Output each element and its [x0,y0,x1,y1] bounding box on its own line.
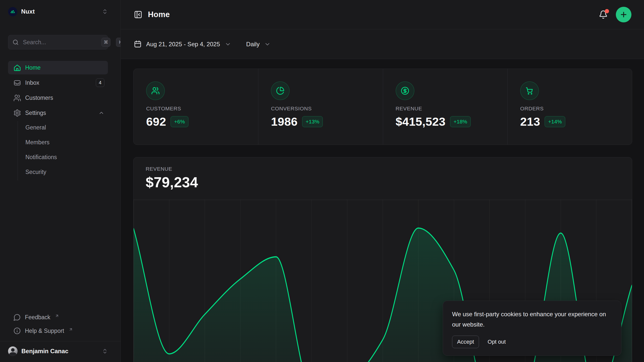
nuxt-logo-icon [8,7,17,16]
header-actions [598,7,631,22]
revenue-chart-header: REVENUE $79,234 [134,157,632,191]
sidebar-item-label: Inbox [25,79,39,86]
user-menu[interactable]: Benjamin Canac [0,341,120,362]
stat-delta-badge: +18% [450,116,471,127]
team-switcher[interactable]: Nuxt [8,7,108,17]
stat-value: 692 [146,115,166,128]
chart-value: $79,234 [146,174,620,191]
chart-label: REVENUE [146,166,620,172]
opt-out-button[interactable]: Opt out [488,339,506,345]
external-link-icon [55,314,59,318]
cookie-actions: Accept Opt out [452,336,611,348]
sidebar-item-home[interactable]: Home [8,61,108,74]
gear-icon [13,109,21,117]
sidebar-content: Nuxt ⌘ K [0,0,120,341]
stat-label: REVENUE [396,106,495,112]
sidebar-item-security[interactable]: Security [25,166,108,178]
users-icon [146,81,165,100]
sidebar-footer-links: Feedback Help & Support [8,310,108,338]
search-icon [12,39,19,46]
help-support-link[interactable]: Help & Support [8,324,108,338]
stat-delta-badge: +6% [171,116,188,127]
cart-icon [520,81,539,100]
info-circle-icon [13,327,21,335]
kbd-k: K [116,38,120,47]
sidebar-item-notifications[interactable]: Notifications [25,151,108,163]
cookie-banner: We use first-party cookies to enhance yo… [443,301,621,356]
stat-value: 213 [520,115,540,128]
chevron-down-icon [264,41,271,48]
users-icon [13,94,21,102]
notifications-bell-icon[interactable] [598,9,609,20]
search-input-wrap[interactable]: ⌘ K [8,35,108,50]
sidebar-item-label: Home [25,64,41,71]
chevron-down-icon [225,41,231,48]
cookie-message: We use first-party cookies to enhance yo… [452,309,611,330]
sidebar-item-label: Customers [25,95,53,101]
notification-dot [605,9,609,13]
sidebar-item-customers[interactable]: Customers [8,91,108,105]
feedback-link[interactable]: Feedback [8,310,108,324]
stat-label: ORDERS [520,106,619,112]
inbox-icon [13,79,21,87]
stat-value: $415,523 [396,115,446,128]
search-input[interactable] [23,39,97,46]
link-label: Feedback [25,314,50,321]
kbd-cmd: ⌘ [101,38,110,47]
stat-card-orders[interactable]: ORDERS 213 +14% [507,69,632,145]
period-select[interactable]: Daily [246,41,271,48]
stats-cards: CUSTOMERS 692 +6% CONVERSIONS 1986 +13% [133,69,632,145]
sidebar-item-inbox[interactable]: Inbox 4 [8,76,108,89]
stat-card-revenue[interactable]: REVENUE $415,523 +18% [383,69,507,145]
add-button[interactable] [616,7,631,22]
dollar-circle-icon [396,81,414,100]
sidebar-item-members[interactable]: Members [25,136,108,149]
stat-label: CUSTOMERS [146,106,246,112]
period-label: Daily [246,41,260,48]
accept-button[interactable]: Accept [452,336,479,348]
stat-value: 1986 [271,115,298,128]
stat-delta-badge: +14% [545,116,565,127]
inbox-count-badge: 4 [96,78,104,87]
avatar [8,346,18,356]
pie-chart-icon [271,81,290,100]
sidebar-nav: Home Inbox 4 [8,61,108,182]
chevrons-up-down-icon [102,348,108,354]
date-range-picker[interactable]: Aug 21, 2025 - Sep 4, 2025 [134,40,231,48]
message-circle-icon [13,313,21,321]
brand-name: Nuxt [21,8,35,15]
stat-card-customers[interactable]: CUSTOMERS 692 +6% [134,69,258,145]
sidebar-item-settings[interactable]: Settings [8,106,108,120]
sidebar-item-label: Settings [25,110,46,116]
stat-card-conversions[interactable]: CONVERSIONS 1986 +13% [258,69,383,145]
external-link-icon [69,327,73,332]
settings-subnav: General Members Notifications Security [18,121,108,180]
sidebar-item-general[interactable]: General [25,121,108,134]
sidebar: Nuxt ⌘ K [0,0,121,362]
filters-toolbar: Aug 21, 2025 - Sep 4, 2025 Daily [121,29,644,59]
link-label: Help & Support [25,328,64,334]
house-icon [13,64,21,72]
page-header: Home [121,0,644,29]
chevron-up-icon[interactable] [98,110,104,116]
stat-label: CONVERSIONS [271,106,370,112]
calendar-icon [134,40,142,48]
stat-delta-badge: +13% [302,116,323,127]
chevrons-up-down-icon [102,9,108,15]
date-range-label: Aug 21, 2025 - Sep 4, 2025 [146,41,220,48]
panel-left-close-icon[interactable] [134,10,142,19]
user-name: Benjamin Canac [21,348,68,355]
page-title: Home [148,10,170,19]
